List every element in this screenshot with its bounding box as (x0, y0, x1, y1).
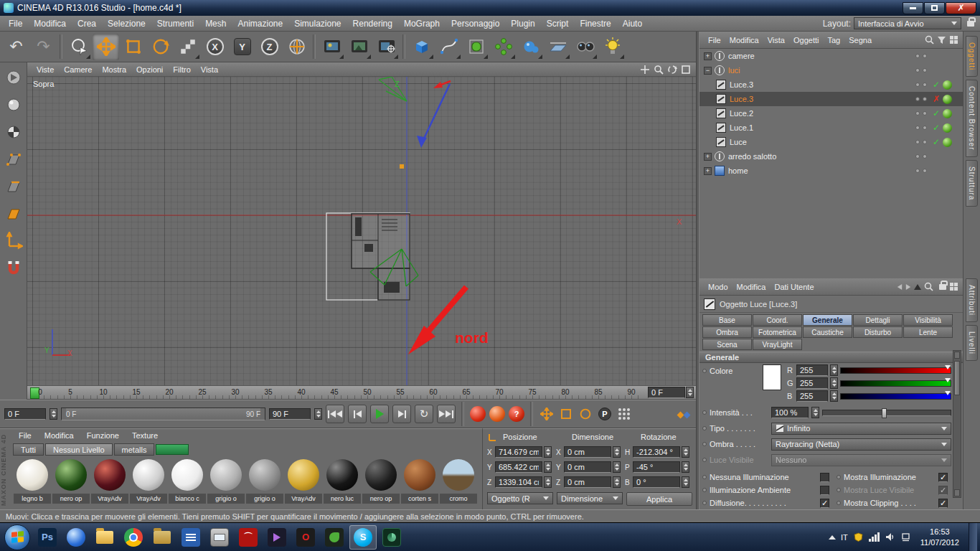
vp-pan-icon[interactable] (639, 64, 651, 75)
history-back-icon[interactable] (897, 284, 902, 290)
material-item[interactable]: bianco c (168, 458, 207, 504)
scroll-up-arrow[interactable] (954, 352, 960, 359)
stepper[interactable] (830, 390, 838, 402)
stepper[interactable] (830, 377, 838, 389)
visibility-dots[interactable] (915, 97, 927, 101)
tab-scena[interactable]: Scena (702, 339, 752, 350)
scroll-down-arrow[interactable] (954, 489, 960, 496)
enabled-check-icon[interactable]: ✓ (933, 123, 940, 133)
am-panel-icon[interactable] (949, 282, 958, 291)
menu-personaggio[interactable]: Personaggio (446, 17, 505, 30)
side-tab-struttura[interactable]: Struttura (966, 160, 978, 207)
texture-tag-icon[interactable] (943, 80, 952, 90)
add-camera-button[interactable] (572, 34, 598, 60)
vp-menu-opzioni[interactable]: Opzioni (131, 65, 168, 75)
keyframe-dot[interactable] (837, 501, 841, 505)
taskbar-media-app[interactable] (263, 525, 291, 550)
ruler-frame-field[interactable]: 0 F (648, 387, 685, 398)
rotation-h-field[interactable]: -212.304 ° (633, 446, 680, 458)
tab-vraylight[interactable]: VrayLight (753, 339, 802, 350)
taskbar-green-app[interactable] (321, 525, 348, 550)
mat-tab-metalls[interactable]: metalls (114, 443, 155, 456)
color-b-slider[interactable] (840, 393, 951, 400)
position-x-field[interactable]: 714.679 cm (495, 446, 542, 458)
stepper[interactable] (613, 446, 621, 458)
stepper[interactable] (830, 364, 838, 376)
record-position-toggle[interactable] (539, 406, 555, 422)
keyframe-dot[interactable] (837, 475, 841, 479)
action-center-icon[interactable] (900, 532, 911, 542)
minimize-button[interactable] (903, 2, 923, 14)
taskbar-web-editor[interactable] (378, 525, 405, 550)
dimension-z-field[interactable]: 0 cm (564, 476, 611, 488)
preview-range-slider[interactable]: 0 F 90 F (61, 408, 265, 420)
tab-lente[interactable]: Lente (903, 326, 953, 338)
tree-item-camere[interactable]: + camere (699, 49, 963, 63)
update-shield-icon[interactable] (853, 532, 864, 542)
mat-menu-funzione[interactable]: Funzione (81, 430, 125, 441)
rotate-button[interactable] (147, 34, 174, 60)
tree-item-home[interactable]: + home (699, 164, 963, 178)
tree-item-arredo-salotto[interactable]: + arredo salotto (699, 149, 963, 164)
tab-coord[interactable]: Coord. (753, 314, 802, 326)
side-tab-attributi[interactable]: Attributi (966, 278, 978, 322)
material-item[interactable]: nero luc (323, 458, 362, 504)
position-z-field[interactable]: 1339.104 cm (495, 476, 542, 488)
apply-button[interactable]: Applica (626, 492, 692, 506)
tree-item-luce1[interactable]: Luce.1 ✓ (699, 121, 963, 135)
tab-disturbo[interactable]: Disturbo (853, 326, 903, 338)
material-item[interactable]: legno b (13, 458, 52, 504)
om-menu-file[interactable]: File (704, 35, 725, 45)
taskbar-reader-app[interactable]: ⌒ (235, 525, 262, 550)
expand-icon[interactable]: + (704, 52, 712, 60)
tab-visibilita[interactable]: Visibilità (903, 314, 953, 326)
make-editable-button[interactable] (1, 65, 26, 90)
edges-mode-button[interactable] (1, 174, 26, 199)
render-view-button[interactable] (319, 34, 345, 60)
mostra-clipping-checkbox[interactable]: ✓ (938, 499, 948, 508)
close-button[interactable]: ✗ (946, 2, 976, 14)
enabled-check-icon[interactable]: ✓ (933, 108, 940, 118)
vp-maximize-icon[interactable] (680, 64, 692, 75)
type-dropdown[interactable]: Infinito (771, 423, 951, 435)
attribute-scrollbar[interactable] (953, 350, 961, 498)
vp-menu-mostra[interactable]: Mostra (97, 65, 131, 75)
visibility-dots[interactable] (915, 140, 927, 144)
tab-base[interactable]: Base (702, 314, 752, 326)
add-light-button[interactable] (599, 34, 626, 60)
tray-clock[interactable]: 16:53 11/07/2012 (916, 527, 963, 548)
keyframe-dot[interactable] (702, 442, 707, 446)
scale-button[interactable] (120, 34, 146, 60)
am-menu-modifica[interactable]: Modifica (732, 282, 771, 292)
vp-orbit-icon[interactable] (666, 64, 678, 75)
polygons-mode-button[interactable] (1, 201, 26, 227)
material-item[interactable]: corten s (400, 458, 439, 504)
record-pla-toggle[interactable] (616, 406, 632, 422)
show-desktop-button[interactable] (969, 523, 977, 551)
intensity-slider[interactable] (822, 410, 951, 416)
menu-file[interactable]: File (3, 17, 28, 30)
side-tab-content-browser[interactable]: Content Browser (966, 80, 978, 156)
stepper[interactable] (811, 407, 819, 418)
intensity-field[interactable]: 100 % (771, 407, 809, 418)
render-picture-viewer-button[interactable] (346, 34, 372, 60)
tree-item-luce3b-selected[interactable]: Luce.3 ✗ (699, 92, 963, 106)
record-scale-toggle[interactable] (558, 406, 574, 422)
tray-expand-icon[interactable] (829, 535, 836, 540)
start-button[interactable] (4, 524, 30, 550)
keying-help-button[interactable]: ? (509, 406, 524, 422)
goto-start-button[interactable] (326, 405, 344, 423)
next-frame-button[interactable] (392, 405, 411, 423)
texture-tag-icon[interactable] (943, 123, 952, 133)
coords-mode-dropdown[interactable]: Oggetto (R (487, 492, 553, 504)
add-spline-button[interactable] (435, 34, 462, 60)
live-selection-button[interactable] (65, 34, 92, 60)
tab-ombra[interactable]: Ombra (702, 326, 752, 338)
lock-y-axis-button[interactable]: Y (229, 34, 255, 60)
vp-menu-camere[interactable]: Camere (59, 65, 97, 75)
menu-crea[interactable]: Crea (72, 17, 102, 30)
redo-button[interactable]: ↷ (30, 34, 57, 60)
taskbar-document-app[interactable] (177, 525, 204, 550)
keyframe-dot[interactable] (702, 426, 707, 430)
vp-menu-vista[interactable]: Vista (196, 65, 223, 75)
